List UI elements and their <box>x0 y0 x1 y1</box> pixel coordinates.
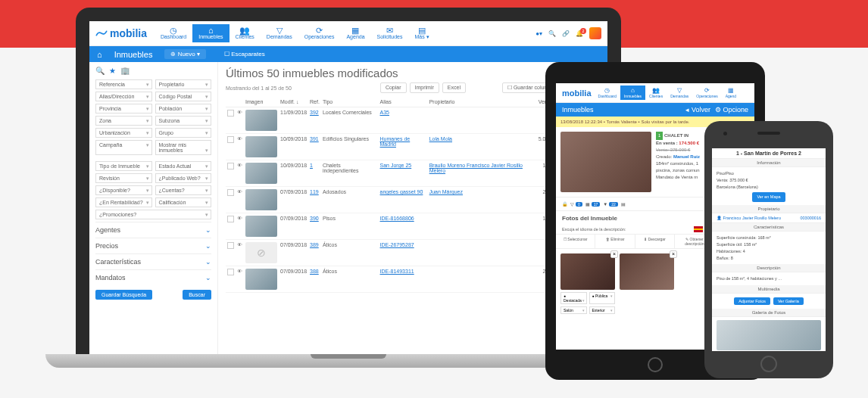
row-checkbox[interactable] <box>227 136 234 143</box>
filter--cuentas-[interactable]: ¿Cuentas? <box>155 185 212 195</box>
row-checkbox[interactable] <box>227 269 234 275</box>
photo-tool[interactable]: 🗑 Eliminar <box>595 235 635 248</box>
gallery-image[interactable] <box>717 320 821 350</box>
close-icon[interactable]: × <box>610 250 618 258</box>
photo-thumb[interactable]: × <box>560 253 615 290</box>
alias-link[interactable]: IDE-81493311 <box>380 269 414 274</box>
alias-link[interactable]: A35 <box>380 110 389 115</box>
filter-campa-a[interactable]: Campaña <box>95 140 152 155</box>
col-header[interactable]: Propietario <box>428 97 537 107</box>
owner-link[interactable]: Braulio Moreno Francisco Javier Rosillo … <box>429 163 523 173</box>
ref-link[interactable]: 389 <box>310 242 319 247</box>
excel-button[interactable]: Excel <box>442 82 466 93</box>
options-button[interactable]: ⚙ Opcione <box>715 106 748 113</box>
property-thumb[interactable] <box>245 136 277 157</box>
filter-subzona[interactable]: Subzona <box>155 116 212 126</box>
escaparates-button[interactable]: ☐ Escaparates <box>218 49 271 59</box>
nav-agenda[interactable]: ▦Agenda <box>340 24 370 42</box>
col-header[interactable] <box>236 97 244 107</box>
col-header[interactable]: Tipo <box>321 97 379 107</box>
ref-link[interactable]: 391 <box>310 136 319 141</box>
property-thumb[interactable] <box>245 216 277 237</box>
filter-poblaci-n[interactable]: Población <box>155 104 212 113</box>
nav-inmuebles[interactable]: ⌂Inmuebles <box>192 24 229 42</box>
eye-icon[interactable]: 👁 <box>237 216 242 221</box>
eye-icon[interactable]: 👁 <box>237 136 242 141</box>
search-button[interactable]: Buscar <box>183 290 211 300</box>
ref-link[interactable]: 119 <box>310 189 319 194</box>
eye-icon[interactable]: 👁 <box>237 110 242 115</box>
property-thumb[interactable] <box>245 163 277 184</box>
ref-link[interactable]: 388 <box>310 269 319 274</box>
alias-link[interactable]: angeles gasset 90 <box>380 189 423 194</box>
stat-item[interactable]: ▤ <box>621 201 626 207</box>
close-icon[interactable]: × <box>670 250 677 258</box>
photo-public-select[interactable]: ● Pública <box>589 292 616 304</box>
bell-icon[interactable]: 🔔2 <box>576 30 583 37</box>
nav-operaciones[interactable]: ⟳Operaciones <box>298 24 341 42</box>
building-icon[interactable]: 🏢 <box>120 67 130 75</box>
tablet-nav-item[interactable]: ▦Agend <box>722 86 740 100</box>
alias-link[interactable]: Humanes de Madrid <box>380 136 411 147</box>
stat-item[interactable]: ▼22 <box>603 202 618 207</box>
col-header[interactable]: Alias <box>379 97 428 107</box>
filter-provincia[interactable]: Provincia <box>95 104 152 113</box>
owner-link[interactable]: Lola Mola <box>429 136 452 141</box>
eye-icon[interactable]: 👁 <box>237 189 242 194</box>
back-button[interactable]: ◂ Volver <box>685 106 710 113</box>
filter-propietario[interactable]: Propietario <box>155 79 212 89</box>
map-button[interactable]: Ver en Mapa <box>752 192 785 202</box>
photo-room-select[interactable]: Salón <box>560 306 587 314</box>
nav-clientes[interactable]: 👥Clientes <box>229 24 261 42</box>
stat-item[interactable]: ▦17 <box>585 201 601 207</box>
property-thumb[interactable]: ⊘ <box>245 242 277 263</box>
photo-thumb[interactable]: × <box>620 253 674 290</box>
row-checkbox[interactable] <box>227 216 234 222</box>
stat-item[interactable]: 🔒 <box>562 201 567 207</box>
ref-link[interactable]: 390 <box>310 216 319 221</box>
filter-mostrar-mis-inmuebles[interactable]: Mostrar mis inmuebles <box>155 140 212 155</box>
tablet-home-button[interactable] <box>648 357 663 372</box>
tablet-nav-item[interactable]: 👥Clientes <box>645 86 667 100</box>
eye-icon[interactable]: 👁 <box>237 269 242 274</box>
filter-c-digo-postal[interactable]: Código Postal <box>155 92 212 101</box>
link-icon[interactable]: 🔗 <box>562 30 570 37</box>
phone-home-button[interactable] <box>760 356 777 372</box>
row-checkbox[interactable] <box>227 110 234 117</box>
filter--promociones-[interactable]: ¿Promociones? <box>95 210 211 219</box>
save-search-button[interactable]: Guardar Búsqueda <box>95 290 152 300</box>
alias-link[interactable]: IDE-81668806 <box>380 216 414 221</box>
nav-demandas[interactable]: ▽Demandas <box>261 24 298 42</box>
section-agentes[interactable]: Agentes⌄ <box>95 222 211 238</box>
filter--publicado-web-[interactable]: ¿Publicado Web? <box>155 173 212 183</box>
flag-es-icon[interactable] <box>694 226 703 232</box>
photo-featured-select[interactable]: ● Destacada <box>560 292 587 304</box>
owner-link[interactable]: Juan Márquez <box>429 189 463 194</box>
col-header[interactable]: Ref. <box>308 97 321 107</box>
section-mandatos[interactable]: Mandatos⌄ <box>95 269 211 285</box>
filter-tipo-de-inmueble[interactable]: Tipo de Inmueble <box>95 161 152 171</box>
ref-link[interactable]: 392 <box>310 110 319 115</box>
col-header[interactable]: Modif. ↓ <box>279 97 308 107</box>
row-checkbox[interactable] <box>227 242 234 249</box>
phone-link[interactable]: 003000016 <box>800 216 821 220</box>
section-características[interactable]: Características⌄ <box>95 253 211 269</box>
filter--disponible-[interactable]: ¿Disponible? <box>95 185 152 195</box>
copy-button[interactable]: Copiar <box>380 82 407 93</box>
property-thumb[interactable] <box>245 269 277 290</box>
tablet-nav-item[interactable]: ⌂Inmuebles <box>620 86 645 100</box>
nav-dashboard[interactable]: ◷Dashboard <box>155 24 192 42</box>
search-icon[interactable]: 🔍 <box>95 67 105 75</box>
ref-link[interactable]: 1 <box>310 163 313 168</box>
eye-icon[interactable]: 👁 <box>237 163 242 168</box>
search-icon[interactable]: 🔍 <box>548 30 556 37</box>
row-checkbox[interactable] <box>227 189 234 196</box>
tablet-logo[interactable]: mobilia <box>559 89 595 98</box>
filter-zona[interactable]: Zona <box>95 116 152 126</box>
star-icon[interactable]: ★ <box>109 67 116 75</box>
nav-solicitudes[interactable]: ✉Solicitudes <box>371 24 409 42</box>
row-checkbox[interactable] <box>227 163 234 169</box>
section-precios[interactable]: Precios⌄ <box>95 238 211 253</box>
new-button[interactable]: ⊕ Nuevo ▾ <box>164 49 206 59</box>
photo-tool[interactable]: ☐ Seleccionar <box>556 235 595 248</box>
